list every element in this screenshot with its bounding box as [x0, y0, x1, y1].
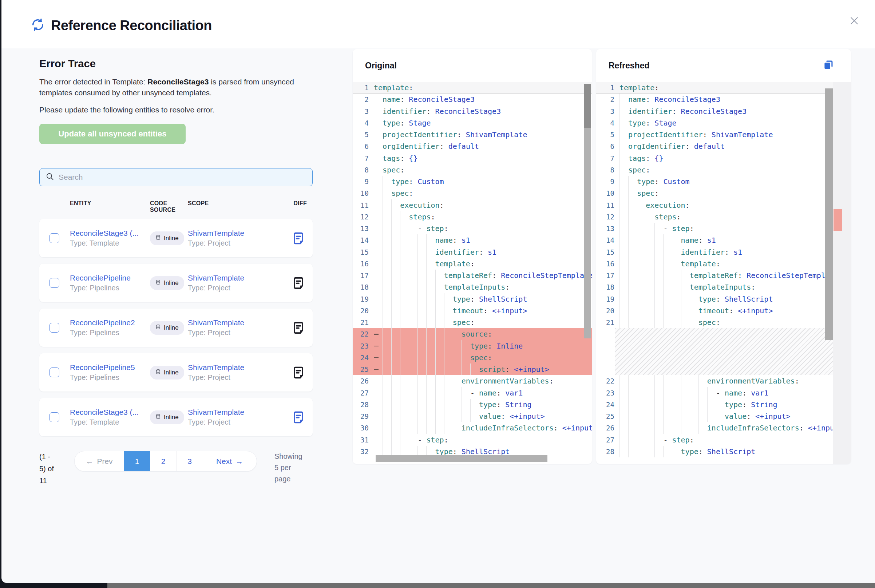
yaml-key: name	[479, 387, 497, 399]
line-number: 2	[353, 93, 374, 105]
code-line: 30includeInfraSelectors: <+input>	[353, 422, 592, 434]
refreshed-title: Refreshed	[609, 61, 649, 70]
next-page-button[interactable]: Next →	[203, 451, 257, 471]
page-button-2[interactable]: 2	[150, 451, 177, 471]
yaml-key: orgIdentifier	[383, 141, 440, 152]
code-line: 12steps:	[353, 211, 592, 223]
line-number: 8	[596, 164, 620, 176]
page-button-3[interactable]: 3	[177, 451, 203, 471]
refreshed-pane: Refreshed 1template:2name: ReconcileStag…	[596, 49, 851, 464]
code-text: type: Stage	[374, 117, 592, 129]
update-all-unsynced-button[interactable]: Update all unsynced entities	[39, 124, 186, 144]
pagination-range-line: 5) of	[39, 463, 65, 475]
code-text: spec:	[374, 352, 592, 363]
yaml-key: timeout	[698, 305, 729, 316]
scope-link[interactable]: ShivamTemplate	[188, 274, 282, 282]
line-number: 4	[596, 117, 620, 129]
line-number: 1	[353, 82, 374, 93]
close-icon[interactable]	[848, 15, 860, 27]
scope-link[interactable]: ShivamTemplate	[188, 408, 282, 417]
yaml-key: name	[628, 93, 646, 105]
yaml-key: step	[672, 434, 690, 446]
diff-cell	[282, 321, 313, 335]
line-number: 21	[353, 316, 374, 328]
code-text: spec:	[620, 316, 851, 328]
diff-document-icon[interactable]	[291, 231, 305, 245]
code-text: steps:	[374, 211, 592, 223]
yaml-value: ReconcileStepTemplate	[742, 270, 839, 281]
line-number: 5	[353, 129, 374, 141]
row-checkbox[interactable]	[50, 412, 59, 422]
line-number: 15	[596, 246, 620, 258]
code-line: 17templateRef: ReconcileStepTemplate	[353, 270, 592, 281]
code-line: 25value: <+input>	[596, 410, 851, 422]
code-line: 7tags: {}	[353, 153, 592, 164]
page-button-1[interactable]: 1	[124, 451, 150, 471]
diff-document-icon[interactable]	[291, 410, 305, 424]
original-horizontal-scrollbar[interactable]	[376, 455, 548, 462]
diff-document-icon[interactable]	[291, 366, 305, 380]
original-code-editor[interactable]: 1template:2name: ReconcileStage33identif…	[353, 82, 592, 464]
code-text: projectIdentifier: ShivamTemplate	[620, 129, 851, 141]
row-checkbox[interactable]	[50, 368, 59, 377]
row-checkbox[interactable]	[50, 233, 59, 243]
code-text: includeInfraSelectors: <+input>	[620, 422, 851, 434]
prev-page-button[interactable]: ← Prev	[75, 451, 124, 471]
entity-link[interactable]: ReconcileStage3 (...	[70, 408, 150, 417]
entity-link[interactable]: ReconcilePipeline	[70, 274, 150, 282]
code-source-label: Inline	[164, 369, 179, 376]
scope-link[interactable]: ShivamTemplate	[188, 363, 282, 372]
code-text: execution:	[374, 200, 592, 211]
entity-link[interactable]: ReconcileStage3 (...	[70, 229, 150, 238]
original-vertical-scrollbar-thumb[interactable]	[584, 84, 591, 128]
entity-cell: ReconcilePipeline2Type: Pipelines	[70, 318, 150, 337]
refreshed-vertical-scrollbar[interactable]	[825, 88, 833, 340]
row-checkbox[interactable]	[50, 323, 59, 333]
line-number: 9	[596, 176, 620, 188]
scope-type-label: Type: Project	[188, 418, 282, 426]
code-text: - step:	[374, 223, 592, 234]
code-text: identifier: ReconcileStage3	[620, 105, 851, 117]
search-box	[39, 168, 313, 186]
yaml-value: <+input>	[733, 305, 773, 316]
code-text: identifier: s1	[374, 246, 592, 258]
code-source-label: Inline	[164, 324, 179, 332]
row-checkbox[interactable]	[50, 278, 59, 288]
refreshed-code-editor[interactable]: 1template:2name: ReconcileStage33identif…	[596, 82, 851, 464]
line-number: 1	[596, 82, 620, 93]
code-line: 5projectIdentifier: ShivamTemplate	[353, 129, 592, 141]
background-page-scrollbar[interactable]	[107, 583, 875, 588]
yaml-key: value	[725, 410, 746, 422]
code-source-cell: Inline	[150, 410, 188, 424]
yaml-key: tags	[383, 153, 400, 164]
yaml-value: s1	[483, 246, 497, 258]
diff-document-icon[interactable]	[291, 276, 305, 290]
code-text: source:	[374, 328, 592, 340]
yaml-key: type	[637, 176, 654, 188]
page-size-line: Showing	[275, 451, 313, 462]
search-input[interactable]	[59, 173, 306, 182]
original-pane: Original 1template:2name: ReconcileStage…	[353, 49, 592, 464]
scope-link[interactable]: ShivamTemplate	[188, 318, 282, 327]
line-number: 26	[596, 422, 620, 434]
yaml-value: <+input>	[505, 410, 545, 422]
code-text: template:	[374, 258, 592, 270]
line-number: 30	[353, 422, 374, 434]
yaml-value: ShellScript	[474, 293, 527, 305]
code-line: 29value: <+input>	[353, 410, 592, 422]
scope-link[interactable]: ShivamTemplate	[188, 229, 282, 238]
yaml-key: type	[479, 399, 497, 410]
code-text: execution:	[620, 200, 851, 211]
entity-link[interactable]: ReconcilePipeline5	[70, 363, 150, 372]
entity-link[interactable]: ReconcilePipeline2	[70, 318, 150, 327]
yaml-value: ReconcileStage3	[677, 105, 747, 117]
line-number: 16	[596, 258, 620, 270]
line-number: 2	[596, 93, 620, 105]
line-number: 14	[596, 234, 620, 246]
diff-document-icon[interactable]	[291, 321, 305, 335]
code-line: 28type: ShellScript	[596, 446, 851, 458]
code-line: 7tags: {}	[596, 153, 851, 164]
code-line: 22environmentVariables:	[596, 375, 851, 387]
yaml-value: ShivamTemplate	[462, 129, 527, 141]
copy-icon[interactable]	[822, 58, 834, 71]
